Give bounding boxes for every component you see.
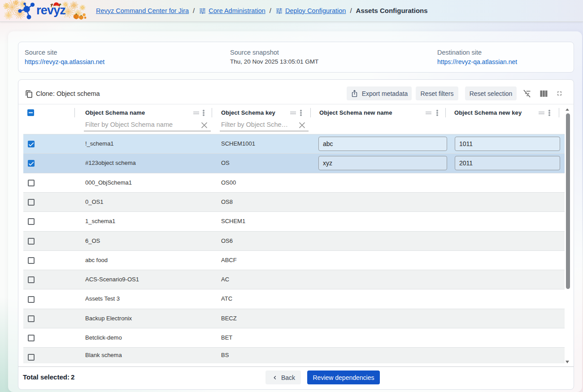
svg-text:revyz: revyz — [36, 4, 65, 17]
